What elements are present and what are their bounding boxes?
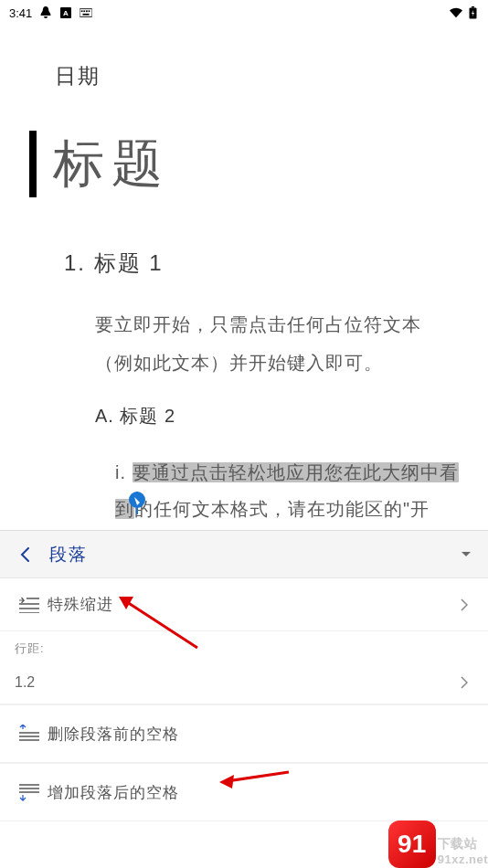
status-bar: 3:41 A (0, 0, 488, 26)
date-placeholder[interactable]: 日期 (55, 62, 459, 90)
status-right (450, 6, 479, 19)
panel-expand-button[interactable] (444, 531, 488, 578)
document-area[interactable]: 日期 标题 1. 标题 1 要立即开始，只需点击任何占位符文本（例如此文本）并开… (0, 26, 488, 530)
svg-rect-4 (84, 10, 86, 12)
add-space-after-row[interactable]: 增加段落后的空格 (0, 763, 488, 821)
heading-1[interactable]: 1. 标题 1 (64, 249, 459, 278)
title-accent-bar (29, 131, 37, 197)
status-time: 3:41 (9, 6, 32, 20)
line-spacing-row[interactable]: 1.2 (0, 661, 488, 704)
watermark-text: 下载站 91xz.net (438, 836, 488, 866)
paragraph-panel: 段落 特殊缩进 行距: 1.2 删除段落前的空格 增加段落后的空格 (0, 530, 488, 868)
paragraph-1[interactable]: 要立即开始，只需点击任何占位符文本（例如此文本）并开始键入即可。 (95, 305, 459, 382)
chevron-down-icon (461, 551, 472, 558)
chevron-right-icon (455, 598, 473, 611)
special-indent-icon (15, 597, 44, 613)
svg-rect-3 (81, 10, 83, 12)
add-space-after-icon (15, 783, 44, 801)
watermark: 91 下载站 91xz.net (388, 820, 488, 868)
chevron-right-icon (455, 676, 473, 689)
svg-text:A: A (63, 9, 69, 17)
line-spacing-value: 1.2 (15, 674, 455, 691)
svg-rect-5 (86, 10, 88, 12)
back-button[interactable] (0, 531, 49, 578)
remove-space-before-row[interactable]: 删除段落前的空格 (0, 704, 488, 763)
paragraph-2[interactable]: i. 要通过点击轻松地应用您在此大纲中看 到的任何文本格式，请在功能区的"开 (115, 454, 459, 527)
battery-icon (466, 6, 479, 19)
svg-rect-6 (89, 10, 90, 12)
list-prefix: i. (115, 462, 133, 482)
svg-rect-7 (83, 14, 90, 16)
special-indent-label: 特殊缩进 (48, 594, 455, 615)
line-spacing-label: 行距: (0, 631, 488, 661)
keyboard-icon (80, 6, 92, 19)
remove-space-before-label: 删除段落前的空格 (48, 724, 473, 745)
panel-header: 段落 (0, 531, 488, 578)
text-cursor-icon (128, 491, 146, 514)
paragraph-2-rest[interactable]: 的任何文本格式，请在功能区的"开 (134, 499, 430, 519)
app-icon: A (59, 6, 72, 19)
watermark-logo: 91 (388, 820, 436, 868)
svg-rect-8 (472, 6, 474, 8)
wifi-icon (450, 6, 462, 19)
panel-title: 段落 (49, 543, 444, 566)
svg-rect-2 (80, 9, 92, 17)
heading-2[interactable]: A. 标题 2 (95, 404, 459, 429)
notification-icon (39, 6, 52, 19)
document-title[interactable]: 标题 (53, 131, 170, 197)
remove-space-before-icon (15, 725, 44, 743)
add-space-after-label: 增加段落后的空格 (48, 782, 473, 803)
status-left: 3:41 A (9, 6, 92, 20)
chevron-left-icon (20, 547, 29, 562)
title-section: 标题 (29, 131, 459, 197)
selected-text-line1[interactable]: 要通过点击轻松地应用您在此大纲中看 (133, 462, 459, 482)
special-indent-row[interactable]: 特殊缩进 (0, 578, 488, 631)
